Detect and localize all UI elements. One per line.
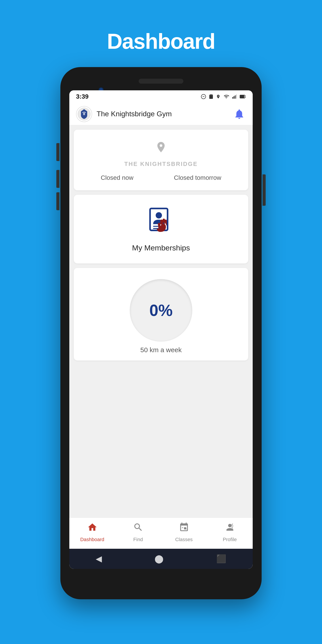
svg-rect-5 (212, 94, 212, 95)
profile-icon (225, 522, 235, 535)
nav-profile[interactable]: Profile (212, 522, 248, 542)
signal-icon (232, 94, 237, 99)
progress-value: 0% (149, 301, 173, 320)
page-title: Dashboard (107, 29, 215, 54)
membership-card[interactable]: My Memberships (74, 195, 248, 264)
screen: 3:39 (69, 90, 253, 569)
home-button[interactable]: ⬤ (154, 554, 164, 564)
dashboard-icon (87, 522, 98, 535)
nav-dashboard-label: Dashboard (80, 537, 104, 542)
svg-rect-4 (211, 94, 212, 95)
nav-find-label: Find (133, 537, 143, 542)
battery-icon (240, 94, 246, 99)
location-name: THE KNIGHTSBRIDGE (124, 160, 198, 168)
progress-label: 50 km a week (140, 346, 182, 354)
status-icons (201, 94, 246, 99)
classes-icon (179, 522, 189, 535)
svg-line-24 (232, 527, 233, 528)
do-not-disturb-icon (201, 94, 206, 99)
recents-button[interactable]: ⬛ (216, 554, 226, 564)
status-closed-tomorrow: Closed tomorrow (174, 174, 222, 181)
progress-circle: 0% (130, 279, 192, 342)
svg-rect-6 (232, 97, 233, 98)
person-icon (225, 522, 235, 532)
svg-point-20 (186, 528, 186, 530)
app-header: The Knightsbridge Gym (69, 103, 253, 125)
svg-line-22 (232, 524, 233, 525)
svg-rect-2 (209, 95, 213, 99)
search-icon (133, 522, 143, 532)
membership-icon (145, 206, 177, 237)
nav-dashboard[interactable]: Dashboard (74, 522, 110, 542)
phone-frame: 3:39 (60, 67, 262, 599)
sd-card-icon (209, 94, 213, 99)
status-bar: 3:39 (69, 90, 253, 103)
membership-svg (145, 206, 177, 237)
nav-profile-label: Profile (223, 537, 236, 542)
status-closed-now: Closed now (101, 174, 134, 181)
svg-point-15 (83, 113, 85, 114)
progress-card[interactable]: 0% 50 km a week (74, 268, 248, 360)
android-nav: ◀ ⬤ ⬛ (69, 549, 253, 569)
nav-classes[interactable]: Classes (166, 522, 202, 542)
svg-rect-8 (235, 96, 236, 99)
status-time: 3:39 (76, 93, 88, 100)
speaker (139, 79, 183, 84)
pin-icon (155, 141, 167, 154)
location-card[interactable]: THE KNIGHTSBRIDGE Closed now Closed tomo… (74, 130, 248, 190)
nav-classes-label: Classes (175, 537, 192, 542)
calendar-icon (179, 522, 189, 532)
wifi-icon (223, 94, 230, 99)
location-pin-icon (155, 141, 167, 156)
back-button[interactable]: ◀ (96, 554, 102, 564)
bell-icon (234, 108, 245, 120)
home-icon (87, 522, 98, 532)
svg-rect-7 (234, 96, 234, 98)
location-icon (216, 94, 220, 99)
svg-rect-3 (210, 94, 211, 95)
svg-point-17 (156, 212, 162, 218)
svg-rect-13 (240, 96, 244, 98)
membership-label: My Memberships (132, 244, 190, 252)
svg-rect-9 (236, 94, 237, 98)
bell-button[interactable] (232, 107, 246, 121)
bottom-nav: Dashboard Find Classes (69, 518, 253, 549)
nav-find[interactable]: Find (120, 522, 156, 542)
find-icon (133, 522, 143, 535)
main-content: THE KNIGHTSBRIDGE Closed now Closed tomo… (69, 125, 253, 518)
gym-logo (76, 106, 92, 122)
location-status-row: Closed now Closed tomorrow (80, 174, 242, 181)
gym-logo-svg (77, 107, 91, 121)
gym-name: The Knightsbridge Gym (96, 110, 228, 118)
